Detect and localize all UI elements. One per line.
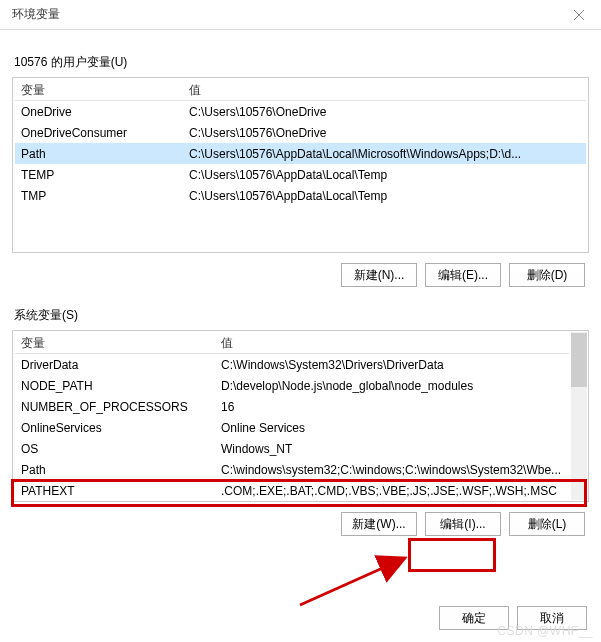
table-row[interactable]: OneDrive C:\Users\10576\OneDrive bbox=[15, 101, 586, 122]
table-row[interactable]: Path C:\Users\10576\AppData\Local\Micros… bbox=[15, 143, 586, 164]
row-name: OS bbox=[21, 439, 221, 459]
row-value: C:\Users\10576\OneDrive bbox=[189, 102, 586, 122]
row-value: Online Services bbox=[221, 418, 569, 438]
row-value: Windows_NT bbox=[221, 439, 569, 459]
user-vars-panel: 变量 值 OneDrive C:\Users\10576\OneDrive On… bbox=[12, 77, 589, 253]
table-row[interactable]: TEMP C:\Users\10576\AppData\Local\Temp bbox=[15, 164, 586, 185]
system-new-button[interactable]: 新建(W)... bbox=[341, 512, 417, 536]
scrollbar[interactable] bbox=[571, 332, 587, 500]
titlebar: 环境变量 bbox=[0, 0, 601, 30]
user-new-button[interactable]: 新建(N)... bbox=[341, 263, 417, 287]
col-header-value[interactable]: 值 bbox=[189, 80, 586, 100]
scroll-thumb[interactable] bbox=[571, 333, 587, 387]
close-icon[interactable] bbox=[565, 5, 593, 25]
table-row[interactable]: Path C:\windows\system32;C:\windows;C:\w… bbox=[15, 459, 569, 480]
row-name: NUMBER_OF_PROCESSORS bbox=[21, 397, 221, 417]
window-title: 环境变量 bbox=[12, 6, 60, 23]
row-value: C:\Users\10576\AppData\Local\Temp bbox=[189, 186, 586, 206]
table-row[interactable]: PATHEXT .COM;.EXE;.BAT;.CMD;.VBS;.VBE;.J… bbox=[15, 480, 569, 501]
col-header-name[interactable]: 变量 bbox=[21, 333, 221, 353]
row-name: OnlineServices bbox=[21, 418, 221, 438]
table-row[interactable]: TMP C:\Users\10576\AppData\Local\Temp bbox=[15, 185, 586, 206]
table-row[interactable]: NODE_PATH D:\develop\Node.js\node_global… bbox=[15, 375, 569, 396]
table-row[interactable]: NUMBER_OF_PROCESSORS 16 bbox=[15, 396, 569, 417]
row-value: C:\Windows\System32\Drivers\DriverData bbox=[221, 355, 569, 375]
row-value: C:\windows\system32;C:\windows;C:\window… bbox=[221, 460, 569, 480]
system-delete-button[interactable]: 删除(L) bbox=[509, 512, 585, 536]
user-vars-table[interactable]: 变量 值 OneDrive C:\Users\10576\OneDrive On… bbox=[15, 80, 586, 206]
row-name: DriverData bbox=[21, 355, 221, 375]
system-vars-header: 变量 值 bbox=[15, 333, 569, 354]
table-row[interactable]: OS Windows_NT bbox=[15, 438, 569, 459]
user-edit-button[interactable]: 编辑(E)... bbox=[425, 263, 501, 287]
system-vars-label: 系统变量(S) bbox=[14, 307, 589, 324]
system-vars-panel: 变量 值 DriverData C:\Windows\System32\Driv… bbox=[12, 330, 589, 502]
row-value: .COM;.EXE;.BAT;.CMD;.VBS;.VBE;.JS;.JSE;.… bbox=[221, 481, 569, 501]
row-value: C:\Users\10576\AppData\Local\Microsoft\W… bbox=[189, 144, 586, 164]
row-name: NODE_PATH bbox=[21, 376, 221, 396]
row-name: OneDriveConsumer bbox=[21, 123, 189, 143]
watermark: CSDN @WHF__ bbox=[497, 624, 593, 638]
row-name: OneDrive bbox=[21, 102, 189, 122]
col-header-name[interactable]: 变量 bbox=[21, 80, 189, 100]
system-vars-buttons: 新建(W)... 编辑(I)... 删除(L) bbox=[12, 502, 589, 550]
row-value: 16 bbox=[221, 397, 569, 417]
col-header-value[interactable]: 值 bbox=[221, 333, 569, 353]
system-edit-button[interactable]: 编辑(I)... bbox=[425, 512, 501, 536]
user-vars-buttons: 新建(N)... 编辑(E)... 删除(D) bbox=[12, 253, 589, 301]
row-name: Path bbox=[21, 144, 189, 164]
table-row[interactable]: OnlineServices Online Services bbox=[15, 417, 569, 438]
row-name: TMP bbox=[21, 186, 189, 206]
user-vars-label: 10576 的用户变量(U) bbox=[14, 54, 589, 71]
user-vars-header: 变量 值 bbox=[15, 80, 586, 101]
row-name: Path bbox=[21, 460, 221, 480]
row-name: PATHEXT bbox=[21, 481, 221, 501]
system-vars-table[interactable]: 变量 值 DriverData C:\Windows\System32\Driv… bbox=[15, 333, 569, 501]
table-row[interactable]: DriverData C:\Windows\System32\Drivers\D… bbox=[15, 354, 569, 375]
row-value: D:\develop\Node.js\node_global\node_modu… bbox=[221, 376, 569, 396]
user-delete-button[interactable]: 删除(D) bbox=[509, 263, 585, 287]
row-value: C:\Users\10576\OneDrive bbox=[189, 123, 586, 143]
row-name: TEMP bbox=[21, 165, 189, 185]
row-value: C:\Users\10576\AppData\Local\Temp bbox=[189, 165, 586, 185]
table-row[interactable]: OneDriveConsumer C:\Users\10576\OneDrive bbox=[15, 122, 586, 143]
